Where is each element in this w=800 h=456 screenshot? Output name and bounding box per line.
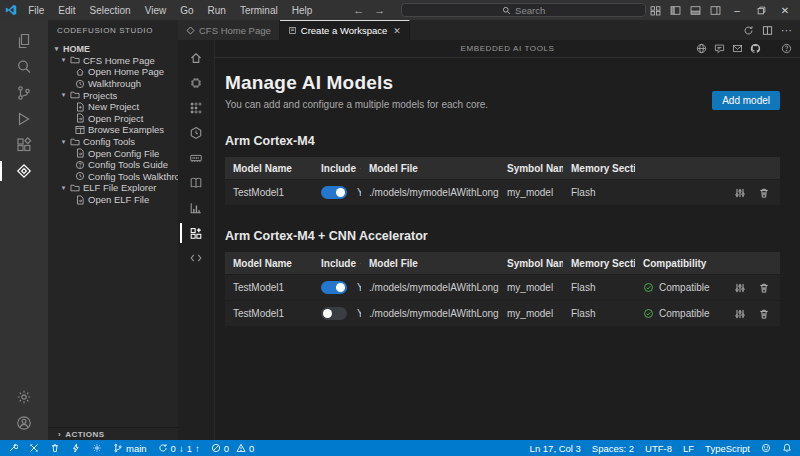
tree-item-open-project[interactable]: Open Project [48, 113, 178, 125]
problems-indicator[interactable]: 0 0 [211, 443, 255, 454]
actions-section[interactable]: › ACTIONS [48, 427, 178, 440]
tree-item-config-tools[interactable]: ▾ Config Tools [48, 136, 178, 148]
command-center-search[interactable]: Search [401, 3, 646, 17]
menu-selection[interactable]: Selection [83, 0, 138, 20]
encoding[interactable]: UTF-8 [645, 443, 672, 454]
sync-indicator[interactable]: 0↓ 1↑ [158, 443, 200, 454]
toggle-sidebar-icon[interactable] [666, 1, 684, 19]
menu-help[interactable]: Help [285, 0, 320, 20]
chevron-down-icon: ▾ [60, 138, 67, 146]
tree-item-open-config-file[interactable]: Open Config File [48, 147, 178, 159]
close-tab-icon[interactable]: ✕ [393, 26, 401, 36]
menu-terminal[interactable]: Terminal [233, 0, 285, 20]
search-icon [502, 6, 511, 15]
menu-edit[interactable]: Edit [51, 0, 82, 20]
language-mode[interactable]: TypeScript [705, 443, 750, 454]
git-branch-indicator[interactable]: main [113, 443, 147, 454]
customize-layout-icon[interactable] [646, 1, 664, 19]
tree-item-config-tools-guide[interactable]: Config Tools Guide [48, 159, 178, 171]
help-icon[interactable] [781, 43, 792, 54]
restore-button[interactable] [750, 1, 772, 19]
forward-arrow-icon[interactable]: → [374, 4, 385, 16]
tree-item-open-home-page[interactable]: Open Home Page [48, 66, 178, 78]
check-circle-icon [643, 308, 654, 319]
menu-file[interactable]: File [21, 0, 51, 20]
search-view-icon[interactable] [0, 54, 48, 80]
trash-icon[interactable] [758, 308, 770, 320]
rail-registers-book-icon[interactable] [178, 175, 215, 191]
build-tools-icon[interactable] [29, 443, 39, 453]
tree-item-projects[interactable]: ▾ Projects [48, 89, 178, 101]
more-actions-icon[interactable]: ⋯ [781, 24, 792, 37]
toggle-panel-icon[interactable] [686, 1, 704, 19]
rail-clock-config-icon[interactable] [178, 125, 215, 141]
restart-icon[interactable] [743, 25, 754, 36]
model-file-value: ./models/mymodelAWithLongTitle.t... [361, 282, 499, 293]
debug-gear-icon[interactable] [92, 443, 102, 453]
sliders-icon[interactable] [734, 308, 746, 320]
source-control-icon[interactable] [0, 80, 48, 106]
tree-item-elf-file-explorer[interactable]: ▾ ELF File Explorer [48, 182, 178, 194]
cursor-position[interactable]: Ln 17, Col 3 [530, 443, 581, 454]
extensions-icon[interactable] [0, 132, 48, 158]
settings-gear-icon[interactable] [0, 384, 48, 410]
rail-chip-icon[interactable] [178, 75, 215, 91]
include-toggle[interactable] [321, 281, 347, 294]
sliders-icon[interactable] [734, 282, 746, 294]
minimize-button[interactable]: – [726, 1, 748, 19]
tab-create-a-workspace[interactable]: Create a Workspace ✕ [280, 20, 410, 40]
sliders-icon[interactable] [734, 187, 746, 199]
notifications-bell-icon[interactable] [782, 443, 792, 453]
toggle-secondary-sidebar-icon[interactable] [706, 1, 724, 19]
trash-icon[interactable] [758, 282, 770, 294]
mail-icon[interactable] [732, 43, 743, 54]
tree-item-cfs-home-page[interactable]: ▾ CFS Home Page [48, 55, 178, 67]
codefusion-studio-icon[interactable] [0, 158, 48, 184]
run-debug-icon[interactable] [0, 106, 48, 132]
indentation[interactable]: Spaces: 2 [592, 443, 634, 454]
warnings-icon [236, 443, 246, 453]
close-window-button[interactable]: ✕ [774, 1, 796, 19]
wrench-icon[interactable] [8, 443, 18, 453]
menu-run[interactable]: Run [201, 0, 233, 20]
menu-view[interactable]: View [138, 0, 174, 20]
tree-item-walkthrough[interactable]: Walkthrough [48, 78, 178, 90]
menu-go[interactable]: Go [173, 0, 200, 20]
include-toggle[interactable] [321, 186, 347, 199]
tree-section-home[interactable]: ▾ HOME [48, 43, 178, 55]
tab-cfs-home-page[interactable]: CFS Home Page [178, 20, 280, 40]
rail-code-icon[interactable] [178, 250, 215, 266]
tree-item-open-elf-file[interactable]: Open ELF File [48, 194, 178, 206]
tree-item-config-tools-walkthrough[interactable]: Config Tools Walkthrough [48, 171, 178, 183]
tree-item-new-project[interactable]: New Project [48, 101, 178, 113]
clean-trash-icon[interactable] [50, 443, 60, 453]
rail-home-icon[interactable] [178, 50, 215, 66]
rail-plots-icon[interactable] [178, 200, 215, 216]
open-file-icon [75, 113, 85, 123]
back-arrow-icon[interactable]: ← [353, 4, 364, 16]
chevron-down-icon: ▾ [53, 45, 60, 53]
github-icon[interactable] [750, 43, 761, 54]
add-model-button[interactable]: Add model [712, 91, 780, 110]
rail-memory-icon[interactable] [178, 150, 215, 166]
trash-icon[interactable] [758, 187, 770, 199]
arrow-down-icon: ↓ [179, 443, 184, 454]
eol-type[interactable]: LF [683, 443, 694, 454]
activity-bar [0, 20, 48, 440]
feedback-smiley-icon[interactable] [761, 443, 771, 453]
feedback-icon[interactable] [714, 43, 725, 54]
globe-icon[interactable] [696, 43, 707, 54]
include-toggle[interactable] [321, 307, 347, 320]
memory-section-value: Flash [563, 308, 635, 319]
chevron-down-icon: ▾ [60, 184, 67, 192]
rail-pin-config-icon[interactable] [178, 100, 215, 116]
folder-icon [70, 90, 80, 100]
account-icon[interactable] [0, 410, 48, 436]
sidebar: CODEFUSION STUDIO ▾ HOME ▾ CFS Home Page… [48, 20, 178, 440]
flash-icon[interactable] [71, 443, 81, 453]
tree-item-browse-examples[interactable]: Browse Examples [48, 124, 178, 136]
model-name-value: TestModel1 [225, 308, 313, 319]
rail-manage-models-icon[interactable] [178, 225, 215, 241]
explorer-icon[interactable] [0, 28, 48, 54]
split-editor-icon[interactable] [762, 25, 773, 36]
